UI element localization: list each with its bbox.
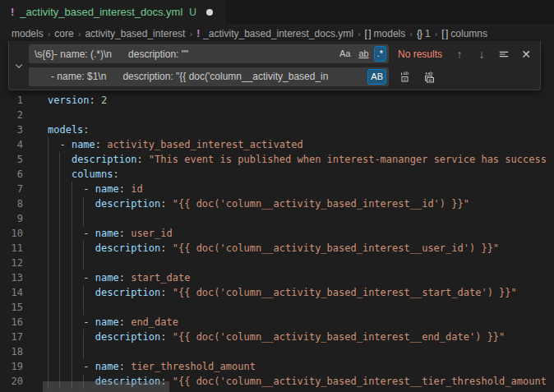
line-number: 20 — [0, 374, 23, 389]
svg-text:ab: ab — [427, 71, 433, 76]
code-line[interactable]: 6 columns: — [0, 167, 554, 182]
horizontal-scrollbar-thumb[interactable] — [43, 381, 169, 392]
code-line[interactable]: 16 - name: end_date — [0, 315, 554, 330]
code-line[interactable]: 7 - name: id — [0, 182, 554, 196]
indent-guide — [83, 300, 84, 315]
indent-guide — [48, 211, 48, 226]
code-line[interactable]: 11 description: "{{ doc('column__activit… — [0, 241, 554, 256]
code-line[interactable]: 4 - name: activity_based_interest_activa… — [0, 137, 554, 152]
previous-match-button[interactable]: ↑ — [452, 47, 467, 62]
indent-guide — [48, 300, 48, 315]
indent-guide — [59, 344, 60, 359]
indent-guide — [83, 256, 84, 270]
breadcrumb-item[interactable]: activity_based_interest — [85, 28, 185, 39]
replace-value-text: - name: $1\n description: "{{ doc('colum… — [35, 71, 366, 82]
find-results-count: No results — [398, 48, 442, 60]
match-case-toggle[interactable]: Aa — [336, 46, 353, 62]
indent-guide — [59, 211, 60, 226]
code-line[interactable]: 8 description: "{{ doc('column__activity… — [0, 196, 554, 211]
breadcrumb-label: _activity_based_interest_docs.yml — [203, 28, 353, 39]
svg-text:ab: ab — [403, 70, 409, 76]
code-line[interactable]: 15 — [0, 300, 554, 315]
breadcrumb-item[interactable]: !_activity_based_interest_docs.yml — [196, 28, 353, 39]
yaml-warning-icon: ! — [11, 6, 14, 18]
breadcrumb-label: 1 — [425, 28, 431, 39]
replace-button[interactable]: ab c — [399, 69, 413, 84]
regex-toggle[interactable]: .* — [374, 46, 386, 62]
indent-guide — [48, 256, 48, 270]
find-widget: \s{6}- name: (.*)\n description: "" Aa a… — [8, 41, 541, 90]
line-number: 13 — [0, 270, 23, 285]
line-number: 8 — [0, 196, 23, 211]
find-row: \s{6}- name: (.*)\n description: "" Aa a… — [29, 44, 533, 63]
breadcrumb-item[interactable]: core — [54, 28, 73, 39]
code-line[interactable]: 17 description: "{{ doc('column__activit… — [0, 330, 554, 344]
breadcrumb-label: activity_based_interest — [85, 28, 185, 39]
replace-input[interactable]: - name: $1\n description: "{{ doc('colum… — [29, 67, 389, 86]
svg-text:c: c — [404, 76, 406, 81]
breadcrumb-item[interactable]: [ ]columns — [441, 28, 487, 39]
find-widget-body: \s{6}- name: (.*)\n description: "" Aa a… — [29, 41, 540, 90]
svg-text:ac: ac — [428, 77, 433, 82]
indent-guide — [59, 256, 60, 270]
close-find-button[interactable]: ✕ — [519, 47, 533, 62]
indent-guide — [59, 300, 60, 315]
symbol-warning-icon: ! — [196, 28, 200, 39]
find-in-selection-button[interactable] — [496, 47, 511, 62]
code-line[interactable]: 14 description: "{{ doc('column__activit… — [0, 285, 554, 300]
code-line[interactable]: 12 — [0, 256, 554, 270]
code-line[interactable]: 18 — [0, 344, 554, 359]
code-line[interactable]: 19 - name: tier_threshold_amount — [0, 359, 554, 374]
code-line[interactable]: 9 — [0, 211, 554, 226]
line-number: 18 — [0, 344, 23, 359]
tab-active-file[interactable]: ! _activity_based_interest_docs.yml U — [0, 0, 225, 24]
line-number: 4 — [0, 137, 23, 152]
preserve-case-toggle[interactable]: AB — [367, 69, 386, 85]
breadcrumb-label: models — [374, 28, 406, 39]
line-number: 15 — [0, 300, 23, 315]
line-number: 5 — [0, 152, 23, 167]
next-match-button[interactable]: ↓ — [474, 47, 489, 62]
line-number: 9 — [0, 211, 23, 226]
code-line[interactable]: 13 - name: start_date — [0, 270, 554, 285]
breadcrumb-item[interactable]: [ ]models — [365, 28, 406, 39]
breadcrumb: models›core›activity_based_interest›!_ac… — [0, 25, 554, 42]
find-input[interactable]: \s{6}- name: (.*)\n description: "" Aa a… — [29, 44, 389, 63]
line-number: 10 — [0, 226, 23, 241]
replace-all-button[interactable]: ab ac — [422, 69, 437, 84]
breadcrumb-item[interactable]: models — [12, 28, 44, 39]
line-number: 7 — [0, 182, 23, 196]
line-number: 14 — [0, 285, 23, 300]
unsaved-dot-icon[interactable] — [206, 9, 213, 16]
whole-word-label: ab — [358, 48, 368, 58]
replace-actions: ab c ab ac — [399, 69, 437, 84]
breadcrumb-separator-icon: › — [431, 29, 442, 39]
indent-guide — [72, 256, 72, 270]
symbol-array-icon: [ ] — [441, 28, 447, 39]
line-number: 19 — [0, 359, 23, 374]
breadcrumb-label: models — [12, 28, 44, 39]
indent-guide — [48, 344, 48, 359]
code-line[interactable]: 10 - name: user_id — [0, 226, 554, 241]
line-number: 3 — [0, 122, 23, 137]
line-number: 17 — [0, 330, 23, 344]
line-number: 2 — [0, 108, 23, 122]
whole-word-toggle[interactable]: ab — [355, 46, 372, 62]
toggle-replace-button[interactable] — [9, 41, 29, 90]
indent-guide — [72, 344, 72, 359]
breadcrumb-label: core — [54, 28, 73, 39]
code-line[interactable]: 3models: — [0, 122, 554, 137]
breadcrumb-item[interactable]: {}1 — [417, 28, 431, 39]
replace-icon: ab c — [399, 70, 413, 83]
line-number: 16 — [0, 315, 23, 330]
line-number: 12 — [0, 256, 23, 270]
line-number: 11 — [0, 241, 23, 256]
code-line[interactable]: 5 description: "This event is published … — [0, 152, 554, 167]
replace-row: - name: $1\n description: "{{ doc('colum… — [29, 67, 533, 86]
line-number: 1 — [0, 93, 23, 108]
code-line[interactable]: 2 — [0, 108, 554, 122]
git-untracked-badge: U — [189, 7, 196, 18]
indent-guide — [72, 211, 72, 226]
code-line[interactable]: 1version: 2 — [0, 93, 554, 108]
find-actions: ↑ ↓ ✕ — [452, 47, 533, 62]
